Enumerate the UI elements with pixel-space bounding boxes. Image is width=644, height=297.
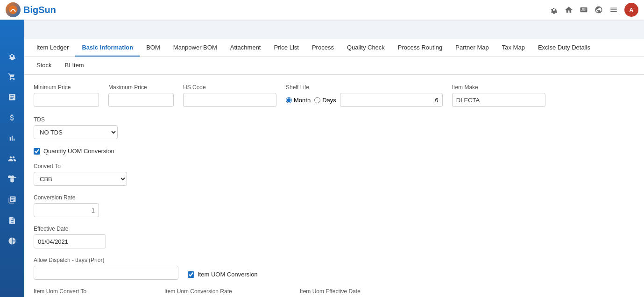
tds-select[interactable]: NO TDS TDS 1% TDS 2% TDS 5% TDS 10% [34, 125, 118, 139]
item-make-group: Item Make [452, 84, 545, 107]
item-uom-conversion-rate-group: Item Uom Conversion Rate [164, 288, 290, 297]
logo-icon [6, 2, 21, 17]
hs-code-input[interactable] [183, 93, 276, 107]
tab-excise-duty-details[interactable]: Excise Duty Details [531, 39, 597, 57]
item-uom-row: Item Uom Convert To PIECES CBB KG LTR PC… [34, 288, 635, 297]
menu-icon[interactable] [609, 6, 618, 14]
shelf-life-controls: Month Days [286, 93, 443, 107]
main-content: Item Ledger Basic Information BOM Manpow… [24, 39, 644, 297]
shelf-life-days-radio[interactable] [314, 97, 320, 103]
globe-icon[interactable] [594, 6, 603, 14]
hs-code-group: HS Code [183, 84, 276, 107]
settings-icon[interactable] [550, 6, 558, 14]
tab-partner-map[interactable]: Partner Map [449, 39, 495, 57]
tabs: Item Ledger Basic Information BOM Manpow… [24, 39, 644, 57]
topbar-icons: A [550, 3, 638, 17]
quantity-uom-conversion-label: Quantity UOM Conversion [43, 148, 114, 155]
tab-process-routing[interactable]: Process Routing [391, 39, 449, 57]
logo: BigSun [6, 2, 56, 17]
maximum-price-label: Maximum Price [108, 84, 174, 91]
form-row-conversion-rate: Conversion Rate [34, 194, 635, 217]
keyboard-icon[interactable] [580, 6, 588, 14]
shelf-life-month-option[interactable]: Month [286, 97, 311, 104]
sidebar-item-settings[interactable] [4, 48, 21, 64]
shelf-life-value-input[interactable] [340, 93, 443, 107]
item-uom-conversion-row: Item UOM Conversion [188, 271, 258, 280]
conversion-rate-input[interactable] [34, 203, 99, 217]
item-uom-conversion-label: Item UOM Conversion [198, 271, 258, 278]
minimum-price-input[interactable] [34, 93, 99, 107]
item-uom-effective-date-label: Item Uom Effective Date [300, 288, 426, 295]
topbar: BigSun A [0, 0, 644, 20]
avatar[interactable]: A [624, 3, 638, 17]
tds-label: TDS [34, 116, 118, 123]
tab-basic-information[interactable]: Basic Information [75, 39, 140, 57]
tab-price-list[interactable]: Price List [267, 39, 305, 57]
conversion-rate-label: Conversion Rate [34, 194, 99, 201]
shelf-life-month-label: Month [294, 97, 311, 104]
item-make-label: Item Make [452, 84, 545, 91]
tab-bom[interactable]: BOM [140, 39, 167, 57]
shelf-life-group: Shelf Life Month Days [286, 84, 443, 107]
form-row-1: Minimum Price Maximum Price HS Code Shel… [34, 84, 635, 139]
tab-attachment[interactable]: Attachment [224, 39, 268, 57]
item-uom-convert-to-group: Item Uom Convert To PIECES CBB KG LTR PC… [34, 288, 155, 297]
form-row-effective-date: Effective Date [34, 226, 635, 248]
sidebar-item-currency[interactable] [4, 109, 21, 126]
allow-dispatch-label: Allow Dispatch - days (Prior) [34, 257, 178, 263]
tab-manpower-bom[interactable]: Manpower BOM [167, 39, 224, 57]
quantity-uom-conversion-row: Quantity UOM Conversion [34, 148, 635, 155]
shelf-life-days-option[interactable]: Days [314, 97, 336, 104]
sidebar-item-analytics[interactable] [4, 233, 21, 249]
item-uom-effective-date-group: Item Uom Effective Date [300, 288, 426, 297]
form-row-dispatch: Allow Dispatch - days (Prior) Item UOM C… [34, 257, 635, 280]
form-content: Minimum Price Maximum Price HS Code Shel… [24, 75, 644, 297]
sidebar-item-tools[interactable] [4, 191, 21, 208]
maximum-price-group: Maximum Price [108, 84, 174, 107]
convert-to-label: Convert To [34, 163, 127, 170]
tab-tax-map[interactable]: Tax Map [495, 39, 531, 57]
sidebar-item-users[interactable] [4, 150, 21, 167]
sidebar [0, 20, 24, 297]
shelf-life-month-radio[interactable] [286, 97, 292, 103]
sidebar-item-reports[interactable] [4, 212, 21, 229]
quantity-uom-conversion-checkbox[interactable] [34, 148, 40, 155]
sidebar-item-box[interactable] [4, 171, 21, 188]
item-uom-conversion-rate-label: Item Uom Conversion Rate [164, 288, 290, 295]
effective-date-label: Effective Date [34, 226, 106, 232]
tab-process[interactable]: Process [305, 39, 340, 57]
allow-dispatch-input[interactable] [34, 266, 178, 280]
item-make-input[interactable] [452, 93, 545, 107]
form-row-convert-to: Convert To CBB PCS KG LTR [34, 163, 635, 186]
shelf-life-label: Shelf Life [286, 84, 443, 91]
conversion-rate-group: Conversion Rate [34, 194, 99, 217]
sidebar-item-cart[interactable] [4, 68, 21, 85]
effective-date-group: Effective Date [34, 226, 106, 248]
hs-code-label: HS Code [183, 84, 276, 91]
shelf-life-days-label: Days [322, 97, 336, 104]
item-uom-conversion-checkbox[interactable] [188, 271, 194, 278]
sidebar-item-chart[interactable] [4, 130, 21, 147]
home-icon[interactable] [565, 6, 573, 14]
tab-quality-check[interactable]: Quality Check [340, 39, 391, 57]
tab-item-ledger[interactable]: Item Ledger [30, 39, 75, 57]
sidebar-item-ledger[interactable] [4, 89, 21, 106]
tds-group: TDS NO TDS TDS 1% TDS 2% TDS 5% TDS 10% [34, 116, 118, 139]
allow-dispatch-group: Allow Dispatch - days (Prior) [34, 257, 178, 280]
tab-stock[interactable]: Stock [30, 57, 58, 74]
app-name: BigSun [23, 5, 56, 15]
maximum-price-input[interactable] [108, 93, 174, 107]
item-uom-convert-to-label: Item Uom Convert To [34, 288, 155, 295]
minimum-price-group: Minimum Price [34, 84, 99, 107]
tabs-row2: Stock BI Item [24, 57, 644, 75]
effective-date-input[interactable] [34, 234, 106, 248]
convert-to-group: Convert To CBB PCS KG LTR [34, 163, 127, 186]
tab-bi-item[interactable]: BI Item [58, 57, 91, 74]
convert-to-select[interactable]: CBB PCS KG LTR [34, 172, 127, 186]
minimum-price-label: Minimum Price [34, 84, 99, 91]
